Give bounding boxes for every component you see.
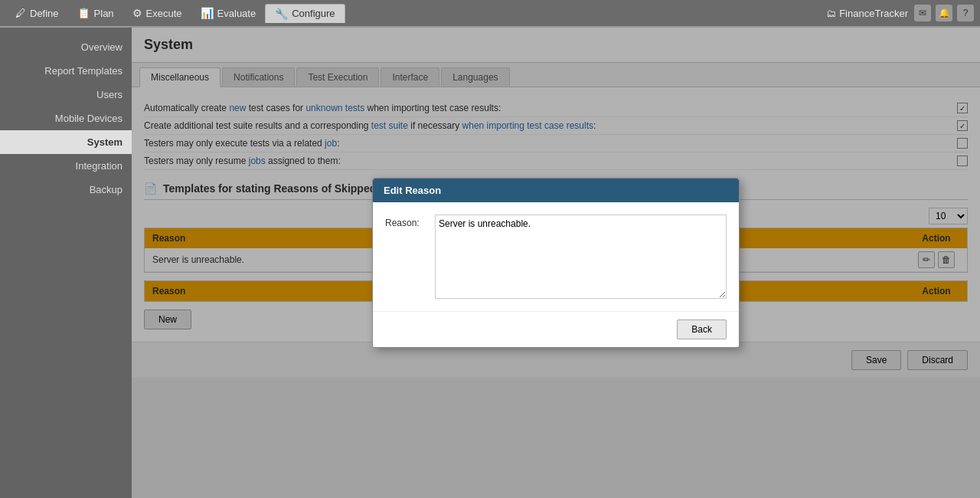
nav-define-label: Define xyxy=(30,8,59,19)
top-navigation: 🖊 Define 📋 Plan ⚙ Execute 📊 Evaluate 🔧 C… xyxy=(0,0,980,28)
nav-execute-label: Execute xyxy=(146,8,182,19)
nav-configure-label: Configure xyxy=(292,8,335,19)
sidebar-item-system[interactable]: System xyxy=(0,130,132,154)
nav-configure[interactable]: 🔧 Configure xyxy=(265,4,345,23)
top-right-area: 🗂 FinanceTracker ✉ 🔔 ? xyxy=(826,5,974,21)
modal-reason-field: Reason: Server is unreachable. xyxy=(385,215,727,299)
app-name-area: 🗂 FinanceTracker xyxy=(826,8,908,19)
sidebar-label-system: System xyxy=(87,136,122,148)
nav-define[interactable]: 🖊 Define xyxy=(6,4,68,22)
sidebar-label-overview: Overview xyxy=(81,41,122,53)
nav-evaluate[interactable]: 📊 Evaluate xyxy=(191,4,266,22)
sidebar-label-integration: Integration xyxy=(76,160,122,172)
sidebar-item-mobile-devices[interactable]: Mobile Devices xyxy=(0,106,132,130)
execute-icon: ⚙ xyxy=(132,7,142,19)
nav-execute[interactable]: ⚙ Execute xyxy=(123,4,191,22)
sidebar-label-mobile-devices: Mobile Devices xyxy=(55,113,122,124)
modal-reason-textarea[interactable]: Server is unreachable. xyxy=(435,215,727,299)
modal-overlay: Edit Reason Reason: Server is unreachabl… xyxy=(132,28,980,498)
configure-icon: 🔧 xyxy=(275,8,288,20)
main-layout: Overview Report Templates Users Mobile D… xyxy=(0,28,980,498)
back-button[interactable]: Back xyxy=(677,319,727,339)
content-wrapper: System Miscellaneous Notifications Test … xyxy=(132,28,980,498)
sidebar-item-users[interactable]: Users xyxy=(0,83,132,106)
modal-title: Edit Reason xyxy=(384,185,441,196)
nav-plan[interactable]: 📋 Plan xyxy=(68,4,123,22)
notifications-icon[interactable]: 🔔 xyxy=(936,5,952,21)
evaluate-icon: 📊 xyxy=(201,7,214,19)
sidebar-item-backup[interactable]: Backup xyxy=(0,178,132,201)
sidebar-label-users: Users xyxy=(96,89,122,100)
app-icon: 🗂 xyxy=(826,8,836,19)
sidebar-label-backup: Backup xyxy=(90,184,122,195)
modal-body: Reason: Server is unreachable. xyxy=(373,202,739,311)
modal-reason-label: Reason: xyxy=(385,215,427,228)
sidebar-item-integration[interactable]: Integration xyxy=(0,154,132,178)
nav-plan-label: Plan xyxy=(94,8,114,19)
sidebar-item-overview[interactable]: Overview xyxy=(0,35,132,59)
modal-footer: Back xyxy=(373,311,739,347)
sidebar: Overview Report Templates Users Mobile D… xyxy=(0,28,132,498)
plan-icon: 📋 xyxy=(77,7,90,19)
top-icons: ✉ 🔔 ? xyxy=(914,5,974,21)
modal-header: Edit Reason xyxy=(373,179,739,202)
sidebar-item-report-templates[interactable]: Report Templates xyxy=(0,59,132,83)
messages-icon[interactable]: ✉ xyxy=(914,5,931,21)
app-name: FinanceTracker xyxy=(839,8,908,19)
define-icon: 🖊 xyxy=(15,7,26,19)
edit-reason-modal: Edit Reason Reason: Server is unreachabl… xyxy=(372,178,740,348)
nav-evaluate-label: Evaluate xyxy=(217,8,256,19)
help-icon[interactable]: ? xyxy=(957,5,974,21)
sidebar-label-report-templates: Report Templates xyxy=(44,65,122,77)
